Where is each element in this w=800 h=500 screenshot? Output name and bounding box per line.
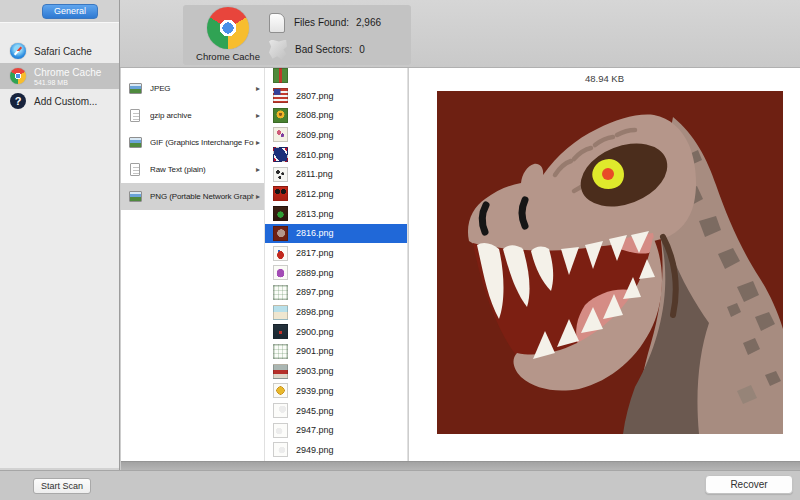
safari-icon: [10, 43, 26, 59]
file-thumbnail: [273, 442, 288, 457]
file-row[interactable]: 2947.png: [265, 420, 407, 440]
file-name: 2939.png: [296, 386, 334, 396]
file-type-icon: [130, 163, 140, 176]
document-icon: [269, 13, 285, 33]
file-row[interactable]: 2808.png: [265, 105, 407, 125]
file-type-label: Raw Text (plain): [150, 165, 254, 174]
file-row[interactable]: 2809.png: [265, 125, 407, 145]
file-type-label: JPEG: [150, 84, 254, 93]
scan-source: Chrome Cache: [193, 7, 263, 62]
file-name: 2900.png: [296, 327, 334, 337]
chevron-right-icon: ▸: [256, 84, 260, 93]
chevron-right-icon: ▸: [256, 165, 260, 174]
file-row[interactable]: 2811.png: [265, 164, 407, 184]
file-type-icon: [129, 137, 142, 148]
file-name: 2813.png: [296, 209, 334, 219]
file-name: 2898.png: [296, 307, 334, 317]
file-row[interactable]: 2897.png: [265, 283, 407, 303]
file-type-label: PNG (Portable Network Graphics): [150, 192, 254, 201]
chrome-icon: [207, 7, 249, 49]
file-row[interactable]: 2901.png: [265, 342, 407, 362]
file-thumbnail: [273, 383, 288, 398]
bottom-bar: Start Scan Recover: [0, 470, 800, 500]
tab-general[interactable]: General: [42, 4, 98, 19]
file-thumbnail: [273, 127, 288, 142]
sidebar-item-add-custom[interactable]: Add Custom...: [0, 89, 119, 113]
scan-stats: Files Found: 2,966 Bad Sectors: 0: [269, 10, 381, 62]
sidebar: General Safari Cache Chrome Cache 541.98…: [0, 0, 120, 470]
file-name: 2808.png: [296, 110, 334, 120]
file-type-row[interactable]: gzip archive ▸: [121, 102, 264, 129]
file-row[interactable]: 2817.png: [265, 243, 407, 263]
files-found-stat: Files Found: 2,966: [269, 10, 381, 35]
file-thumbnail: [273, 226, 288, 241]
question-icon: [10, 93, 26, 109]
file-name: 2901.png: [296, 346, 334, 356]
file-type-row[interactable]: GIF (Graphics Interchange Format) ▸: [121, 129, 264, 156]
file-thumbnail: [273, 186, 288, 201]
file-thumbnail: [273, 68, 288, 83]
files-found-label: Files Found:: [294, 17, 349, 28]
chevron-right-icon: ▸: [256, 138, 260, 147]
sidebar-item-safari-cache[interactable]: Safari Cache: [0, 39, 119, 63]
chevron-right-icon: ▸: [256, 111, 260, 120]
file-thumbnail: [273, 88, 288, 103]
horizontal-scrollbar[interactable]: [121, 461, 800, 470]
file-type-icon: [129, 83, 142, 94]
file-row[interactable]: 2900.png: [265, 322, 407, 342]
scan-source-label: Chrome Cache: [193, 51, 263, 62]
sidebar-item-chrome-cache[interactable]: Chrome Cache 541.98 MB: [0, 63, 119, 89]
chevron-right-icon: ▸: [256, 192, 260, 201]
file-row[interactable]: 2945.png: [265, 401, 407, 421]
file-row[interactable]: 2810.png: [265, 145, 407, 165]
file-name: 2889.png: [296, 268, 334, 278]
file-list: 2807.png 2808.png 2809.png 2810.png 2811…: [265, 68, 408, 461]
app-window: Chrome Cache Files Found: 2,966 Bad Sect…: [0, 0, 800, 500]
torn-document-icon: [269, 40, 287, 60]
file-type-icon: [129, 191, 142, 202]
file-thumbnail: [273, 324, 288, 339]
sidebar-item-size: 541.98 MB: [34, 79, 101, 86]
toolbar: Chrome Cache Files Found: 2,966 Bad Sect…: [120, 0, 800, 68]
scan-source-panel: Chrome Cache Files Found: 2,966 Bad Sect…: [183, 5, 411, 65]
chrome-icon: [10, 68, 26, 84]
file-row[interactable]: 2898.png: [265, 302, 407, 322]
file-name: 2945.png: [296, 406, 334, 416]
file-row[interactable]: 2816.png: [265, 224, 407, 244]
file-thumbnail: [273, 423, 288, 438]
recover-button[interactable]: Recover: [705, 475, 793, 494]
preview-pane: 48.94 KB: [409, 68, 800, 461]
file-row[interactable]: 2949.png: [265, 440, 407, 460]
file-thumbnail: [273, 167, 288, 182]
start-scan-button[interactable]: Start Scan: [33, 478, 91, 494]
file-thumbnail: [273, 265, 288, 280]
file-row[interactable]: 2939.png: [265, 381, 407, 401]
file-thumbnail: [273, 285, 288, 300]
sidebar-item-label: Safari Cache: [34, 46, 92, 57]
file-type-icon: [130, 109, 140, 122]
file-type-row[interactable]: JPEG ▸: [121, 75, 264, 102]
file-type-row[interactable]: PNG (Portable Network Graphics) ▸: [121, 183, 264, 210]
file-name: 2816.png: [296, 228, 334, 238]
file-row[interactable]: [265, 68, 407, 86]
file-row[interactable]: 2903.png: [265, 361, 407, 381]
file-type-row[interactable]: Raw Text (plain) ▸: [121, 156, 264, 183]
file-size-label: 48.94 KB: [409, 73, 800, 84]
file-row[interactable]: 2813.png: [265, 204, 407, 224]
bad-sectors-stat: Bad Sectors: 0: [269, 37, 381, 62]
file-name: 2903.png: [296, 366, 334, 376]
sidebar-list: Safari Cache Chrome Cache 541.98 MB Add …: [0, 22, 119, 468]
file-row[interactable]: 2889.png: [265, 263, 407, 283]
bad-sectors-value: 0: [359, 44, 365, 55]
file-row[interactable]: 2807.png: [265, 86, 407, 106]
file-name: 2947.png: [296, 425, 334, 435]
file-thumbnail: [273, 246, 288, 261]
file-name: 2810.png: [296, 150, 334, 160]
preview-image: [437, 91, 783, 434]
file-thumbnail: [273, 305, 288, 320]
file-thumbnail: [273, 403, 288, 418]
file-name: 2812.png: [296, 189, 334, 199]
bad-sectors-label: Bad Sectors:: [295, 44, 352, 55]
sidebar-item-label: Add Custom...: [34, 96, 97, 107]
file-row[interactable]: 2812.png: [265, 184, 407, 204]
